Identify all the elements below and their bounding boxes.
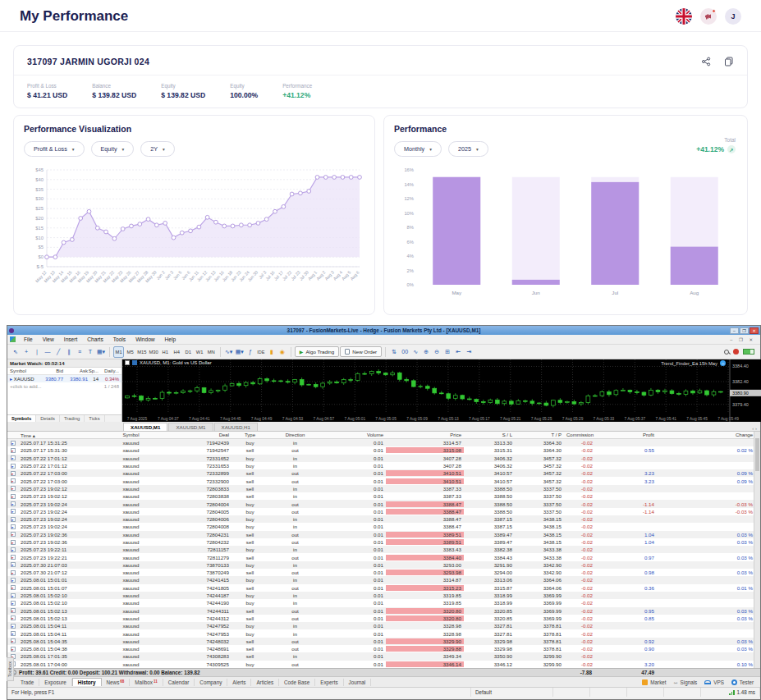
tab-news[interactable]: News68 bbox=[102, 679, 131, 686]
restore-button[interactable]: ❐ bbox=[740, 327, 749, 334]
table-row[interactable]: ▸2025.08.01 15:02:10xauusd74244187buyin0… bbox=[7, 592, 760, 599]
table-row[interactable]: ▸2025.08.01 17:01:35xauusd74308283sellin… bbox=[7, 652, 760, 660]
history-col-sl[interactable]: S / L bbox=[464, 432, 515, 437]
timeframe-mn[interactable]: MN bbox=[206, 346, 217, 358]
mw-tab-details[interactable]: Details bbox=[36, 415, 60, 422]
connection-status[interactable]: 1.48 ms bbox=[701, 688, 760, 697]
table-row[interactable]: ▸2025.07.22 17:01:12xauusd72331653buyin0… bbox=[7, 462, 760, 469]
history-col-change[interactable]: Change bbox=[657, 432, 755, 437]
chart-tab-2[interactable]: XAUUSD,H1 bbox=[214, 423, 258, 431]
table-row[interactable]: ▸2025.07.23 19:02:36xauusd72804231sellou… bbox=[7, 531, 760, 538]
minimize-button[interactable]: – bbox=[730, 327, 739, 334]
mw-tab-ticks[interactable]: Ticks bbox=[85, 415, 104, 422]
tab-code-base[interactable]: Code Base bbox=[279, 679, 315, 686]
timeframe-h4[interactable]: H4 bbox=[172, 346, 182, 358]
table-row[interactable]: ▸2025.07.17 15:31:25xauusd71942439buyin0… bbox=[7, 439, 760, 446]
new-order-button[interactable]: New Order bbox=[340, 346, 382, 357]
tab-journal[interactable]: Journal bbox=[344, 679, 372, 686]
tab-exposure[interactable]: Exposure bbox=[39, 679, 72, 686]
history-col-price[interactable]: Price bbox=[386, 432, 464, 437]
table-row[interactable]: ▸2025.08.01 17:04:00xauusd74309525buyout… bbox=[7, 661, 760, 668]
table-row[interactable]: ▸2025.08.01 15:02:13xauusd74244312sellou… bbox=[7, 615, 760, 622]
mw-col-3[interactable]: Sp... bbox=[88, 368, 99, 373]
history-col-commission[interactable]: Commission bbox=[564, 432, 595, 437]
sound-icon[interactable]: ◉ bbox=[277, 346, 287, 358]
tab-mailbox[interactable]: Mailbox11 bbox=[130, 679, 163, 686]
table-row[interactable]: ▸2025.07.23 19:02:24xauusd72804004buyout… bbox=[7, 500, 760, 507]
toolbox-vertical-tab[interactable]: Toolbox bbox=[7, 657, 14, 681]
horizontal-line-icon[interactable]: ― bbox=[43, 346, 53, 358]
menu-tools[interactable]: Tools bbox=[108, 336, 131, 343]
perf-filter-0[interactable]: Monthly▾ bbox=[394, 141, 442, 157]
history-scrollbar[interactable] bbox=[754, 432, 760, 668]
market-watch-add-row[interactable]: + click to add... 1 / 248 bbox=[7, 382, 121, 390]
timeframe-h1[interactable]: H1 bbox=[160, 346, 171, 358]
market-link[interactable]: Market bbox=[642, 679, 666, 685]
viz-filter-1[interactable]: Equity▾ bbox=[91, 141, 135, 157]
autoscroll-icon[interactable]: ∿ bbox=[410, 346, 420, 358]
share-icon[interactable] bbox=[701, 57, 711, 66]
table-row[interactable]: ▸2025.07.23 19:02:36xauusd72804232sellou… bbox=[7, 538, 760, 546]
algo-trading-button[interactable]: ▶Algo Trading bbox=[295, 346, 339, 357]
chart-tab-1[interactable]: XAUUSD,M1 bbox=[168, 423, 213, 431]
candlestick-chart[interactable]: XAUUSD, M1: Gold vs US Dollar Trend_Find… bbox=[122, 359, 760, 422]
grid-icon[interactable]: ⊞ bbox=[442, 346, 452, 358]
vps-link[interactable]: VPS bbox=[704, 679, 724, 685]
ide-icon[interactable]: IDE bbox=[256, 346, 266, 358]
table-row[interactable]: ▸2025.07.22 17:03:00xauusd72332899sellou… bbox=[7, 469, 760, 477]
timeframe-d1[interactable]: D1 bbox=[183, 346, 194, 358]
tab-articles[interactable]: Articles bbox=[251, 679, 279, 686]
menu-help[interactable]: Help bbox=[160, 336, 181, 343]
table-row[interactable]: ▸2025.07.23 19:02:12xauusd72803838sellin… bbox=[7, 492, 760, 500]
mw-col-4[interactable]: Daily... bbox=[99, 368, 119, 373]
table-row[interactable]: ▸2025.08.01 15:04:11xauusd74247952buyin0… bbox=[7, 622, 760, 629]
equidistant-icon[interactable]: ≡ bbox=[75, 346, 85, 358]
mw-col-2[interactable]: Ask bbox=[63, 368, 88, 373]
history-col-symbol[interactable]: Symbol bbox=[88, 432, 174, 437]
table-row[interactable]: ▸2025.07.22 17:03:00xauusd72332900sellou… bbox=[7, 477, 760, 484]
history-col-volume[interactable]: Volume bbox=[322, 432, 386, 437]
shift-right-icon[interactable]: ⇥ bbox=[464, 346, 474, 358]
terminal-titlebar[interactable]: 317097 - FusionMarkets-Live - Hedge - Fu… bbox=[7, 326, 760, 335]
menu-charts[interactable]: Charts bbox=[82, 336, 108, 343]
mw-tab-symbols[interactable]: Symbols bbox=[7, 415, 36, 422]
history-col-profit[interactable]: Profit bbox=[595, 432, 657, 437]
channel-icon[interactable]: ∥ bbox=[64, 346, 74, 358]
tick-icon[interactable]: 00 bbox=[400, 346, 410, 358]
mw-tab-trading[interactable]: Trading bbox=[60, 415, 85, 422]
table-row[interactable]: ▸2025.08.01 15:04:35xauusd74248032sellou… bbox=[7, 638, 760, 645]
mw-col-0[interactable]: Symbol bbox=[10, 368, 39, 373]
market-icon[interactable]: ▮ bbox=[267, 346, 277, 358]
table-row[interactable]: ▸2025.07.23 19:02:24xauusd72804006buyin0… bbox=[7, 515, 760, 523]
timeframe-m15[interactable]: M15 bbox=[136, 346, 147, 358]
close-button[interactable]: ✕ bbox=[750, 327, 759, 334]
record-icon[interactable] bbox=[733, 349, 739, 355]
tab-trade[interactable]: Trade bbox=[16, 679, 39, 686]
mdi-window-controls[interactable]: – ❐ ✕ bbox=[730, 337, 755, 342]
chart-type-icon[interactable]: ∿▾ bbox=[224, 346, 234, 358]
text-icon[interactable]: T bbox=[85, 346, 95, 358]
copy-icon[interactable] bbox=[724, 57, 734, 66]
history-col-time[interactable]: Time ▴ bbox=[18, 432, 88, 438]
menu-view[interactable]: View bbox=[38, 336, 59, 343]
history-col-deal[interactable]: Deal bbox=[174, 432, 232, 437]
chart-tab-0[interactable]: XAUUSD,M1 bbox=[123, 423, 167, 431]
notifications-icon[interactable] bbox=[700, 8, 717, 25]
viz-filter-0[interactable]: Profit & Loss▾ bbox=[24, 141, 85, 157]
table-row[interactable]: ▸2025.08.01 15:01:07xauusd74241805sellou… bbox=[7, 584, 760, 592]
history-col-direction[interactable]: Direction bbox=[268, 432, 322, 437]
table-row[interactable]: ▸2025.07.30 21:07:03xauusd73870133buyin0… bbox=[7, 561, 760, 569]
indicators-icon[interactable]: ƒ bbox=[245, 346, 255, 358]
history-col-type[interactable]: Type bbox=[232, 432, 268, 437]
status-profile[interactable]: Default bbox=[471, 688, 553, 697]
search-icon[interactable] bbox=[724, 350, 729, 355]
timeframe-m5[interactable]: M5 bbox=[125, 346, 135, 358]
trendline-icon[interactable]: ╱ bbox=[53, 346, 63, 358]
tab-scroll-arrows[interactable]: ‹ › bbox=[752, 426, 760, 431]
avatar[interactable]: J bbox=[725, 8, 741, 25]
mw-col-1[interactable]: Bid bbox=[39, 368, 63, 373]
tab-company[interactable]: Company bbox=[195, 679, 227, 686]
shapes-icon[interactable]: ▦▾ bbox=[96, 346, 106, 358]
zoom-in-icon[interactable]: ⊕ bbox=[421, 346, 431, 358]
tab-calendar[interactable]: Calendar bbox=[163, 679, 195, 686]
